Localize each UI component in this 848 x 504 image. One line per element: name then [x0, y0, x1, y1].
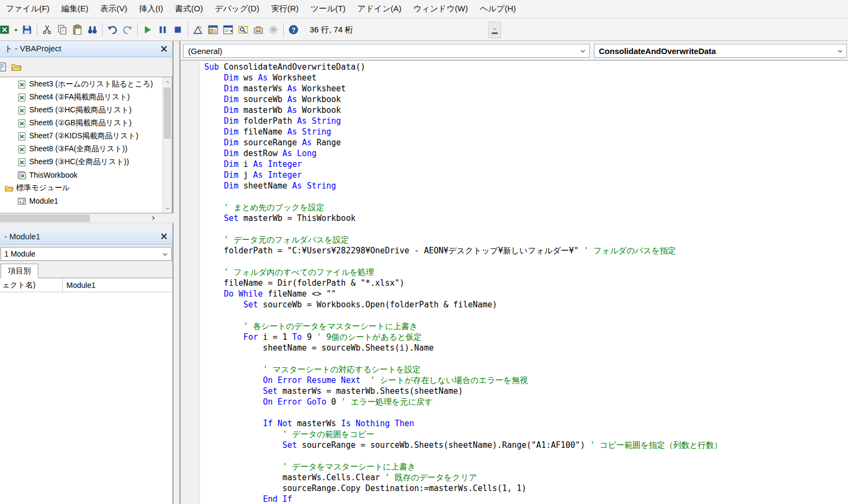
excel-view-button[interactable]: [0, 22, 12, 37]
code-line: sourceRange.Copy Destination:=masterWs.C…: [204, 483, 848, 494]
project-explorer-button[interactable]: [205, 22, 221, 37]
run-icon: [142, 24, 153, 35]
toolbar: ? 36 行, 74 桁: [0, 19, 848, 41]
horizontal-scroll-thumb[interactable]: [0, 214, 90, 222]
menu-item[interactable]: 書式(O): [169, 0, 209, 18]
menu-item[interactable]: ウィンドウ(W): [408, 0, 474, 18]
design-mode-icon: [192, 24, 203, 35]
code-line: Do While fileName <> "": [204, 288, 848, 299]
menu-item[interactable]: ツール(T): [304, 0, 351, 18]
code-line: If Not masterWs Is Nothing Then: [204, 418, 848, 429]
toggle-folders-button[interactable]: [9, 59, 24, 75]
paste-button[interactable]: [70, 22, 85, 37]
cut-button[interactable]: [39, 22, 55, 37]
tree-item[interactable]: Module1: [0, 194, 162, 207]
menu-item[interactable]: 編集(E): [56, 0, 95, 18]
sheet-icon: [17, 80, 26, 89]
project-tree-vertical-scrollbar[interactable]: [162, 77, 172, 213]
tree-item[interactable]: Sheet4 (②FA掲載商品リスト): [0, 91, 162, 104]
module-icon: [17, 197, 26, 206]
pause-button[interactable]: [155, 22, 170, 37]
tree-item-label: Sheet7 (②KIDS掲載商品リスト): [29, 131, 138, 141]
svg-text:?: ?: [291, 26, 295, 34]
menu-item[interactable]: 表示(V): [95, 0, 133, 18]
close-icon: [160, 232, 168, 240]
code-window: (General) ConsolidateAndOverwriteData Su…: [179, 41, 848, 504]
scroll-right-button[interactable]: [148, 213, 158, 223]
help-button[interactable]: ?: [286, 22, 301, 37]
tree-item[interactable]: Sheet5 (②HC掲載商品リスト): [0, 104, 162, 117]
properties-object-selector[interactable]: 1 Module: [1, 247, 172, 261]
control-wizards-button[interactable]: [266, 22, 281, 37]
project-explorer-toolbar: [0, 57, 172, 77]
tree-item[interactable]: Sheet7 (②KIDS掲載商品リスト): [0, 130, 162, 143]
menu-item[interactable]: デバッグ(D): [209, 0, 265, 18]
code-line: Dim folderPath As String: [204, 116, 848, 126]
menu-item[interactable]: アドイン(A): [351, 0, 407, 18]
pause-icon: [157, 24, 168, 35]
undo-button[interactable]: [105, 22, 120, 37]
toolbar-overflow-button[interactable]: [488, 22, 501, 38]
properties-titlebar: - Module1: [0, 229, 172, 245]
run-button[interactable]: [140, 22, 155, 37]
save-button[interactable]: [19, 22, 35, 37]
find-button[interactable]: [85, 22, 100, 37]
tree-item[interactable]: 標準モジュール: [0, 182, 162, 194]
cursor-position-status: 36 行, 74 桁: [310, 25, 353, 35]
toolbar-icons: ?: [1, 19, 301, 41]
code-line: masterWs.Cells.Clear ' 既存のデータをクリア: [204, 472, 848, 483]
scroll-down-button[interactable]: [163, 204, 172, 213]
code-line: folderPath = "C:¥Users¥282298¥OneDrive -…: [204, 245, 848, 256]
redo-icon: [122, 24, 133, 35]
project-explorer-close-button[interactable]: [157, 43, 171, 56]
chevron-down-icon: [165, 206, 170, 211]
procedure-dropdown[interactable]: ConsolidateAndOverwriteData: [594, 44, 847, 58]
chevron-up-icon: [165, 79, 170, 85]
object-browser-button[interactable]: [236, 22, 251, 37]
view-code-button[interactable]: [0, 59, 9, 75]
toolbox-button[interactable]: [251, 22, 266, 37]
code-line: [204, 310, 848, 321]
menu-item[interactable]: 実行(R): [265, 0, 305, 18]
left-panel-column: ト - VBAProject Sheet3 (ホームのリスト貼るところ)Shee…: [0, 41, 173, 504]
project-tree-horizontal-scrollbar[interactable]: [0, 213, 173, 223]
chevron-right-icon: [150, 215, 156, 221]
property-value[interactable]: Module1: [63, 278, 172, 292]
code-editor[interactable]: Sub ConsolidateAndOverwriteData() Dim ws…: [181, 61, 848, 504]
copy-button[interactable]: [55, 22, 70, 37]
menu-item[interactable]: 挿入(I): [133, 0, 169, 18]
tree-item[interactable]: Sheet8 (③FA(全商品リスト)): [0, 143, 162, 156]
properties-close-button[interactable]: [157, 230, 171, 243]
properties-window-button[interactable]: [221, 22, 236, 37]
chevron-down-icon: [579, 48, 586, 55]
tree-item[interactable]: ThisWorkbook: [0, 169, 162, 182]
stop-button[interactable]: [170, 22, 185, 37]
design-mode-button[interactable]: [190, 22, 205, 37]
scroll-up-button[interactable]: [163, 77, 172, 86]
stop-icon: [172, 24, 183, 35]
menu-item[interactable]: ファイル(F): [0, 0, 56, 18]
object-dropdown[interactable]: (General): [183, 44, 590, 58]
vertical-scroll-thumb[interactable]: [164, 88, 171, 139]
tree-item[interactable]: Sheet3 (ホームのリスト貼るところ): [0, 78, 162, 91]
redo-button[interactable]: [120, 22, 135, 37]
tree-item-label: Sheet3 (ホームのリスト貼るところ): [29, 79, 153, 89]
code-line: On Error GoTo 0 ' エラー処理を元に戻す: [204, 397, 848, 407]
object-browser-icon: [238, 24, 249, 35]
project-explorer-titlebar: ト - VBAProject: [0, 41, 172, 57]
dropdown-caret-button[interactable]: [12, 22, 19, 37]
properties-window-icon: [223, 24, 233, 35]
menu-item[interactable]: ヘルプ(H): [474, 0, 522, 18]
tab-categorized[interactable]: 項目別: [1, 264, 38, 278]
code-line: On Error Resume Next ' シートが存在しない場合のエラーを無…: [204, 375, 848, 386]
workbook-icon: [17, 171, 26, 180]
toolbar-separator: [283, 23, 284, 37]
code-line: Dim j As Integer: [204, 170, 848, 180]
tree-item[interactable]: Sheet6 (②GB掲載商品リスト): [0, 117, 162, 130]
code-line: ' データ元のフォルダパスを設定: [204, 234, 848, 245]
code-line: ' フォルダ内のすべてのファイルを処理: [204, 267, 848, 278]
project-explorer-title: ト - VBAProject: [4, 44, 61, 54]
sheet-icon: [17, 93, 26, 102]
code-line: ' まとめ先のブックを設定: [204, 202, 848, 213]
tree-item[interactable]: Sheet9 (③HC(全商品リスト)): [0, 156, 162, 169]
